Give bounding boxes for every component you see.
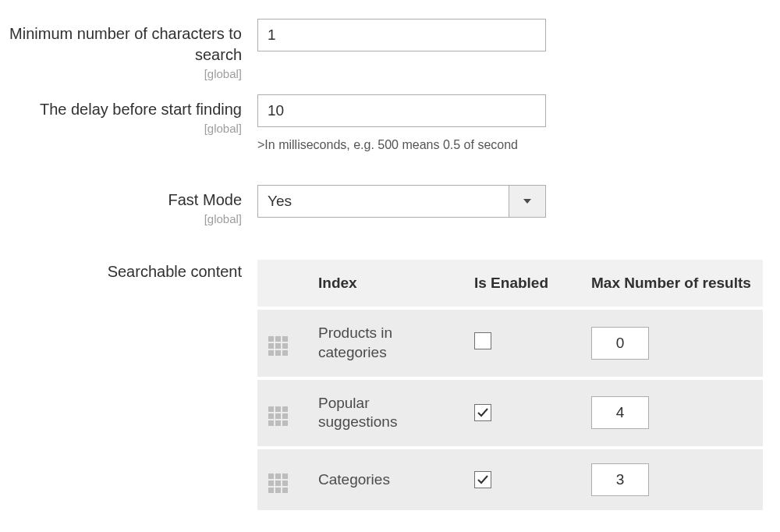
field-delay: The delay before start finding [global] … bbox=[8, 94, 772, 154]
enabled-checkbox[interactable] bbox=[474, 404, 491, 421]
scope-badge: [global] bbox=[8, 212, 242, 225]
field-label: Fast Mode bbox=[8, 190, 242, 211]
label-col: Minimum number of characters to search [… bbox=[8, 19, 257, 80]
min-chars-input[interactable] bbox=[257, 19, 546, 51]
max-results-input[interactable] bbox=[591, 396, 649, 429]
field-label: Searchable content bbox=[8, 261, 242, 282]
field-searchable-content: Searchable content Index Is Enabled Max … bbox=[8, 257, 772, 513]
field-label: The delay before start finding bbox=[8, 99, 242, 120]
enabled-checkbox[interactable] bbox=[474, 332, 491, 349]
max-results-input[interactable] bbox=[591, 327, 649, 360]
drag-handle-icon[interactable] bbox=[257, 449, 307, 510]
scope-badge: [global] bbox=[8, 67, 242, 80]
select-value: Yes bbox=[257, 185, 509, 218]
field-min-chars: Minimum number of characters to search [… bbox=[8, 19, 772, 80]
chevron-down-icon bbox=[509, 185, 546, 218]
drag-handle-icon[interactable] bbox=[257, 380, 307, 446]
control-col: >In milliseconds, e.g. 500 means 0.5 of … bbox=[257, 94, 772, 154]
max-results-input[interactable] bbox=[591, 463, 649, 496]
field-fast-mode: Fast Mode [global] Yes bbox=[8, 185, 772, 225]
index-name: Popular suggestions bbox=[318, 394, 452, 432]
table-header-row: Index Is Enabled Max Number of results bbox=[257, 260, 763, 307]
table-row: Products in categories bbox=[257, 310, 763, 376]
label-col: Fast Mode [global] bbox=[8, 185, 257, 225]
index-name: Categories bbox=[318, 470, 452, 490]
table-row: Categories bbox=[257, 449, 763, 510]
th-index: Index bbox=[307, 260, 463, 307]
th-enabled: Is Enabled bbox=[463, 260, 580, 307]
th-max: Max Number of results bbox=[580, 260, 763, 307]
fast-mode-select[interactable]: Yes bbox=[257, 185, 546, 218]
delay-input[interactable] bbox=[257, 94, 546, 127]
field-help: >In milliseconds, e.g. 500 means 0.5 of … bbox=[257, 137, 546, 154]
drag-handle-icon[interactable] bbox=[257, 310, 307, 376]
scope-badge: [global] bbox=[8, 122, 242, 135]
label-col: Searchable content bbox=[8, 257, 257, 282]
settings-form: Minimum number of characters to search [… bbox=[0, 0, 780, 532]
index-name: Products in categories bbox=[318, 324, 452, 362]
enabled-checkbox[interactable] bbox=[474, 471, 491, 488]
label-col: The delay before start finding [global] bbox=[8, 94, 257, 135]
table-row: Popular suggestions bbox=[257, 380, 763, 446]
control-col: Yes bbox=[257, 185, 772, 218]
searchable-content-table: Index Is Enabled Max Number of results P… bbox=[257, 257, 763, 513]
control-col: Index Is Enabled Max Number of results P… bbox=[257, 257, 772, 513]
field-label: Minimum number of characters to search bbox=[8, 23, 242, 66]
control-col bbox=[257, 19, 772, 51]
